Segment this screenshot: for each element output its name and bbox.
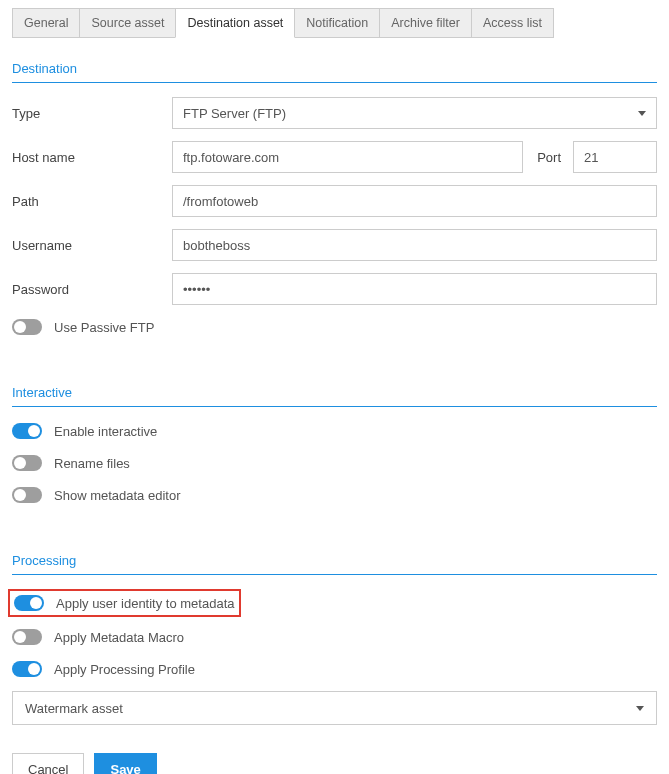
port-input[interactable] [573, 141, 657, 173]
tab-destination-asset[interactable]: Destination asset [175, 8, 295, 38]
rename-files-toggle[interactable] [12, 455, 42, 471]
enable-interactive-label: Enable interactive [54, 424, 157, 439]
tab-notification[interactable]: Notification [294, 8, 380, 38]
processing-profile-toggle[interactable] [12, 661, 42, 677]
path-input[interactable] [172, 185, 657, 217]
cancel-button[interactable]: Cancel [12, 753, 84, 774]
tab-access-list[interactable]: Access list [471, 8, 554, 38]
metadata-macro-label: Apply Metadata Macro [54, 630, 184, 645]
tab-source-asset[interactable]: Source asset [79, 8, 176, 38]
type-select[interactable]: FTP Server (FTP) [172, 97, 657, 129]
host-input[interactable] [172, 141, 523, 173]
tab-general[interactable]: General [12, 8, 80, 38]
host-label: Host name [12, 150, 172, 165]
processing-profile-label: Apply Processing Profile [54, 662, 195, 677]
user-identity-label: Apply user identity to metadata [56, 596, 235, 611]
section-processing-title: Processing [12, 553, 657, 575]
tabs-bar: General Source asset Destination asset N… [12, 8, 657, 39]
processing-profile-value: Watermark asset [25, 701, 123, 716]
show-metadata-editor-toggle[interactable] [12, 487, 42, 503]
highlight-box: Apply user identity to metadata [8, 589, 241, 617]
chevron-down-icon [638, 111, 646, 116]
username-input[interactable] [172, 229, 657, 261]
type-select-value: FTP Server (FTP) [183, 106, 286, 121]
user-identity-toggle[interactable] [14, 595, 44, 611]
enable-interactive-toggle[interactable] [12, 423, 42, 439]
tab-archive-filter[interactable]: Archive filter [379, 8, 472, 38]
show-metadata-editor-label: Show metadata editor [54, 488, 180, 503]
passive-ftp-label: Use Passive FTP [54, 320, 154, 335]
port-label: Port [537, 150, 561, 165]
path-label: Path [12, 194, 172, 209]
section-destination-title: Destination [12, 61, 657, 83]
password-label: Password [12, 282, 172, 297]
type-label: Type [12, 106, 172, 121]
password-input[interactable] [172, 273, 657, 305]
passive-ftp-toggle[interactable] [12, 319, 42, 335]
username-label: Username [12, 238, 172, 253]
section-interactive-title: Interactive [12, 385, 657, 407]
processing-profile-select[interactable]: Watermark asset [12, 691, 657, 725]
save-button[interactable]: Save [94, 753, 156, 774]
metadata-macro-toggle[interactable] [12, 629, 42, 645]
chevron-down-icon [636, 706, 644, 711]
rename-files-label: Rename files [54, 456, 130, 471]
